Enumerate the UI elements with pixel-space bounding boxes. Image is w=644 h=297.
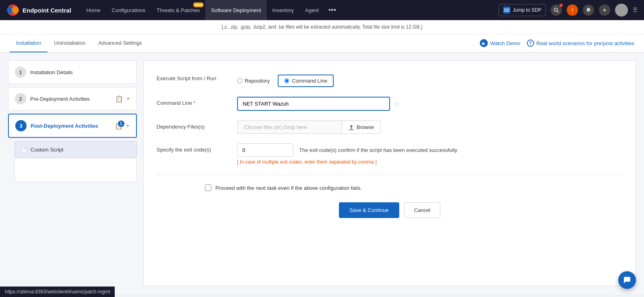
dependency-files-row: Dependency Files(s) Choose files (or) Dr… (157, 120, 623, 134)
radio-repository[interactable]: Repository (237, 78, 270, 84)
svg-point-5 (554, 8, 557, 11)
radio-repo-input[interactable] (237, 78, 242, 83)
real-world-link[interactable]: ? Real world scenarios for pre/post acti… (527, 39, 635, 47)
nav-inventory[interactable]: Inventory (267, 0, 299, 20)
tab-bar-right: ▶ Watch Demo ? Real world scenarios for … (480, 39, 634, 47)
custom-script-label: Custom Script (31, 147, 64, 153)
nav-configurations[interactable]: Configurations (106, 0, 151, 20)
execute-radio-group: Repository Command Line (237, 72, 623, 87)
cancel-button[interactable]: Cancel (404, 202, 440, 218)
command-line-label: Command Line * (157, 97, 237, 106)
command-line-control: ☆ (237, 97, 623, 111)
nav-more[interactable]: ••• (324, 6, 340, 15)
nav-software-deployment[interactable]: Software Deployment (205, 0, 266, 20)
tab-bar: Installation Uninstallation Advanced Set… (0, 34, 644, 52)
play-icon: ▶ (480, 39, 488, 47)
exit-code-control: The exit code(s) confirm if the script h… (237, 143, 623, 165)
proceed-checkbox[interactable] (205, 185, 211, 191)
file-upload-row: Choose files (or) Drop here Browse (237, 120, 623, 134)
step-2-template-icon[interactable]: 📋 (115, 95, 123, 103)
step-2-add-icon[interactable]: + (126, 95, 130, 102)
file-drop-zone[interactable]: Choose files (or) Drop here (237, 120, 342, 134)
nav-links: Home Configurations Threats & Patches Ne… (81, 0, 499, 20)
step-3-template-icon[interactable]: 📋 1 (115, 122, 123, 130)
custom-script-item[interactable]: 📄 Custom Script (14, 141, 137, 158)
user-avatar[interactable] (615, 4, 628, 17)
tab-advanced-settings[interactable]: Advanced Settings (92, 34, 148, 52)
script-icon: 📄 (21, 146, 27, 153)
svg-marker-7 (603, 8, 606, 12)
lightning-button[interactable] (599, 4, 610, 16)
command-line-row: Command Line * ☆ (157, 97, 623, 111)
top-navigation: Endpoint Central Home Configurations Thr… (0, 0, 644, 20)
radio-cmdline-input[interactable] (284, 78, 289, 83)
nav-home[interactable]: Home (81, 0, 106, 20)
nav-agent[interactable]: Agent (299, 0, 324, 20)
step-3-actions: 📋 1 + (115, 122, 130, 130)
sdp-logo-icon: SD (503, 6, 510, 14)
svg-text:SD: SD (504, 8, 510, 12)
execute-script-label: Execute Script from / Run (157, 72, 237, 81)
proceed-row: Proceed with the next task even if the a… (157, 185, 623, 191)
exit-code-input-row: The exit code(s) confirm if the script h… (237, 143, 623, 157)
right-panel: Execute Script from / Run Repository Com… (143, 60, 636, 286)
watch-demo-button[interactable]: ▶ Watch Demo (480, 39, 520, 47)
tab-uninstallation[interactable]: Uninstallation (47, 34, 92, 52)
exit-code-hint: The exit code(s) confirm if the script h… (299, 147, 457, 153)
new-badge: New (193, 2, 204, 7)
step-3-badge: 1 (118, 120, 124, 127)
step-3-number: 3 (15, 120, 27, 131)
exit-code-label: Specify the exit code(s) (157, 143, 237, 153)
info-bar: [.z, .zip, .gzip, .bzip2, and .tar files… (0, 20, 644, 34)
app-logo[interactable]: Endpoint Central (6, 4, 71, 17)
proceed-label: Proceed with the next task even if the a… (215, 185, 362, 191)
exit-code-input[interactable] (237, 143, 293, 157)
main-layout: 1 Installation Details 2 Pre-Deployment … (0, 52, 644, 294)
logo-icon (6, 4, 19, 17)
step-3[interactable]: 3 Post-Deployment Activities 📋 1 + (8, 114, 137, 138)
chat-icon (623, 276, 631, 284)
command-line-input[interactable] (237, 97, 390, 111)
execute-script-row: Execute Script from / Run Repository Com… (157, 72, 623, 87)
search-icon (553, 7, 559, 13)
svg-line-6 (557, 11, 559, 12)
lightning-icon (602, 7, 607, 13)
shield-button[interactable]: ! (567, 4, 578, 16)
favorite-icon[interactable]: ☆ (394, 100, 400, 108)
app-name: Endpoint Central (23, 7, 71, 14)
required-marker: * (194, 100, 196, 106)
help-icon: ? (527, 39, 534, 47)
nav-threats-patches[interactable]: Threats & Patches New (151, 0, 205, 20)
svg-point-2 (12, 6, 19, 14)
tab-installation[interactable]: Installation (10, 34, 47, 52)
step-2[interactable]: 2 Pre-Deployment Activities 📋 + (8, 87, 137, 110)
notifications-button[interactable] (583, 4, 594, 16)
custom-script-container: 📄 Custom Script (8, 141, 137, 182)
topnav-right: SD Jump to SDP ! ⠿ (499, 4, 638, 17)
step-2-label: Pre-Deployment Activities (30, 96, 115, 102)
step-2-number: 2 (15, 93, 26, 104)
step-1-number: 1 (15, 66, 26, 78)
status-bar: https://obinna:8383/webclient#/uems/patc… (0, 287, 115, 294)
jump-to-sdp-button[interactable]: SD Jump to SDP (499, 4, 546, 16)
step-2-actions: 📋 + (115, 95, 130, 103)
dependency-label: Dependency Files(s) (157, 120, 237, 130)
step-3-label: Post-Deployment Activities (31, 123, 115, 129)
dependency-control: Choose files (or) Drop here Browse (237, 120, 623, 134)
action-buttons: Save & Continue Cancel (157, 202, 623, 218)
radio-cmdline[interactable]: Command Line (278, 75, 334, 87)
search-button[interactable] (551, 4, 562, 16)
browse-button[interactable]: Browse (342, 120, 381, 134)
chat-fab[interactable] (618, 271, 636, 289)
form-divider (157, 174, 623, 175)
step-3-add-icon[interactable]: + (126, 122, 130, 129)
steps-sidebar: 1 Installation Details 2 Pre-Deployment … (8, 60, 137, 286)
step-1[interactable]: 1 Installation Details (8, 60, 137, 84)
upload-icon (349, 125, 354, 130)
save-continue-button[interactable]: Save & Continue (339, 202, 399, 218)
grid-menu-button[interactable]: ⠿ (633, 6, 638, 14)
exit-code-row: Specify the exit code(s) The exit code(s… (157, 143, 623, 165)
execute-script-controls: Repository Command Line (237, 72, 623, 87)
custom-script-content (14, 158, 137, 182)
step-1-label: Installation Details (30, 69, 130, 75)
